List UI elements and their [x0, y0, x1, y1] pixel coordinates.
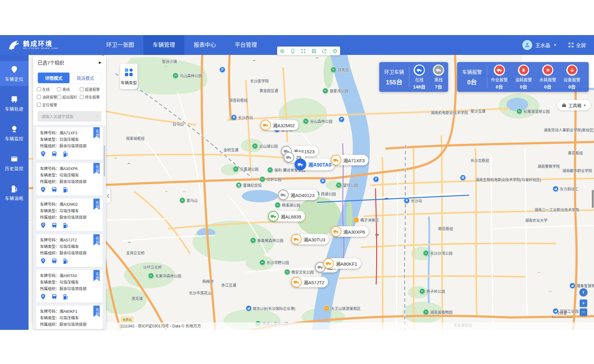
locate-button[interactable] — [579, 288, 587, 296]
vehicle-marker-湘A80KF1[interactable]: 湘A80KF1 — [323, 258, 361, 269]
road-shield — [128, 242, 131, 243]
chevron-down-icon[interactable]: ▼ — [553, 43, 557, 47]
filter-checkbox[interactable] — [80, 87, 84, 91]
nav-item-报表中心[interactable]: 报表中心 — [184, 35, 225, 55]
locate-vehicle-icon[interactable] — [40, 151, 46, 157]
mode-tab[interactable]: 简洁模式 — [70, 73, 101, 83]
fuel-vehicle-icon[interactable] — [62, 258, 69, 264]
filter-checkbox[interactable] — [37, 87, 41, 91]
mode-tab[interactable]: 详情模式 — [38, 73, 70, 83]
fuel-vehicle-icon[interactable] — [62, 294, 69, 300]
user-avatar[interactable] — [522, 40, 532, 50]
toolbar-icon[interactable] — [319, 47, 330, 55]
fuel-vehicle-icon[interactable] — [62, 186, 69, 193]
offline-stat: 离线 7台 — [429, 65, 448, 90]
vehicle-list: 车牌号码：湘A71XF3 车辆类型：垃圾压缩车 所属组织：厨余垃圾项目部 在线 … — [33, 125, 106, 329]
park-icon — [419, 288, 425, 294]
locate-vehicle-icon[interactable] — [40, 222, 46, 228]
locate-vehicle-icon[interactable] — [40, 294, 46, 300]
vehicle-card[interactable]: 车牌号码：湘A32M02 车辆类型：垃圾压缩车 所属组织：厨余垃圾项目部 在线 — [36, 199, 103, 231]
nav-item-车辆管理[interactable]: 车辆管理 — [143, 35, 184, 55]
road-shield — [503, 110, 506, 111]
locate-vehicle-icon[interactable] — [40, 186, 46, 193]
vehicle-card[interactable]: 车牌号码：湘A30XP6 车辆类型：垃圾压缩车 所属组织：厨余垃圾项目部 在线 — [36, 163, 103, 195]
vehicle-marker-湘A71XF3[interactable]: 湘A71XF3 — [331, 155, 368, 165]
toolbox-button[interactable]: 工具箱 ▼ — [557, 100, 591, 110]
toolbar-icon[interactable] — [298, 47, 309, 55]
sidebar-item[interactable]: 车辆轨迹 — [0, 91, 29, 116]
vehicle-card[interactable]: 车牌号码：湘A57JT2 车辆类型：垃圾压缩车 所属组织：厨余垃圾项目部 在线 — [36, 234, 103, 267]
museum-icon — [236, 182, 242, 188]
filter-checkbox[interactable] — [37, 95, 41, 99]
panel-collapse-handle[interactable]: ❮ — [106, 189, 110, 203]
track-vehicle-icon[interactable] — [51, 222, 57, 228]
park-icon — [259, 259, 265, 265]
filter-option[interactable]: 超速报警 — [80, 87, 102, 92]
nav-item-环卫一张图[interactable]: 环卫一张图 — [97, 35, 143, 55]
vehicle-marker-湘A30TU3[interactable]: 湘A30TU3 — [291, 234, 329, 245]
user-name[interactable]: 王水晶 — [535, 41, 550, 49]
zoom-circle-icon — [280, 48, 285, 54]
sidebar-item[interactable]: 车辆油耗 — [0, 180, 29, 205]
vehicle-marker-湘AD40123[interactable]: 湘AD40123 — [278, 190, 318, 200]
track-vehicle-icon[interactable] — [51, 186, 57, 193]
nav-item-平台管理[interactable]: 平台管理 — [225, 35, 266, 55]
search-input[interactable] — [41, 114, 97, 119]
filter-option[interactable]: 停车报警 — [80, 94, 102, 100]
vehicle-marker-湘A30XP6[interactable]: 湘A30XP6 — [331, 226, 369, 237]
vehicle-marker-湘AL8839[interactable]: 湘AL8839 — [268, 211, 305, 222]
alarm-stat: 油耗报警 0台 — [511, 65, 536, 90]
filter-option[interactable]: 在线 — [37, 87, 57, 92]
sidebar-item[interactable]: 车辆监控 — [0, 121, 29, 146]
map-poi: 湖南劳动人事职业学院(新校区) — [544, 127, 594, 133]
track-vehicle-icon[interactable] — [51, 151, 57, 157]
filter-option[interactable]: 离线 — [57, 87, 79, 92]
toolbar-icon[interactable] — [309, 47, 319, 55]
zoom-out-button[interactable]: − — [580, 308, 587, 316]
vehicle-card[interactable]: 车牌号码：湘A71XF3 车辆类型：垃圾压缩车 所属组织：厨余垃圾项目部 在线 — [36, 127, 103, 160]
fuel-vehicle-icon[interactable] — [62, 222, 69, 228]
filter-option[interactable]: 超出围栏 — [57, 94, 79, 100]
locate-vehicle-icon[interactable] — [40, 258, 46, 264]
filter-checkbox[interactable] — [57, 87, 61, 91]
filter-option[interactable]: 油耗报警 — [37, 94, 57, 100]
filter-checkbox[interactable] — [80, 95, 84, 99]
road-shield — [138, 272, 142, 273]
vehicle-card[interactable]: 车牌号码：湘A80KF1 车辆类型：垃圾压缩车 所属组织：厨余垃圾项目部 在线 — [36, 306, 103, 329]
vehicle-marker-湘A57JT2[interactable]: 湘A57JT2 — [291, 277, 328, 287]
filter-option[interactable]: 定位报警 — [37, 102, 57, 107]
org-summary[interactable]: 已选7个组织 — [38, 59, 64, 66]
mode-tabs: 详情模式简洁模式 — [38, 72, 101, 83]
toll-station-label: 收费站 — [121, 317, 133, 322]
vehicle-marker-湘A32M02[interactable]: 湘A32M02 — [260, 120, 299, 130]
toolbar-icon[interactable] — [277, 47, 288, 55]
filter-checkbox[interactable] — [57, 95, 61, 99]
vehicle-type-button[interactable]: 车辆类型 — [120, 64, 137, 89]
vehicle-card[interactable]: 车牌号码：湘A90TA0 车辆类型：垃圾压缩车 所属组织：厨余垃圾项目部 在线 — [36, 270, 103, 303]
map-poi: 雷锋纪念馆 — [236, 182, 262, 188]
track-vehicle-icon[interactable] — [51, 258, 57, 264]
map-poi: 燕子岭公园 — [419, 288, 445, 294]
page-scrollbar[interactable] — [592, 190, 594, 208]
alarm-stat: 作业报警 0台 — [487, 65, 511, 90]
toolbar-icon[interactable] — [330, 47, 340, 55]
search-icon[interactable] — [97, 114, 98, 119]
map-canvas[interactable]: 智谷小镇 乌山森林公园 月亮岛 银星湾公园 长沙医学院 黄金园互通 观音岩枢纽 … — [29, 55, 594, 330]
org-expand-arrow-icon[interactable]: ▶ — [99, 61, 101, 65]
map-poi: 大王山旅游度假区 — [324, 305, 361, 311]
toolbar-icon[interactable] — [288, 47, 298, 55]
metro-line-badge — [375, 234, 379, 235]
filter-checkbox[interactable] — [37, 103, 41, 107]
track-vehicle-icon[interactable] — [51, 294, 57, 300]
map-poi: 白马山 — [173, 121, 184, 127]
panel-scrollbar[interactable] — [104, 145, 105, 176]
map-poi: 索马山 — [179, 197, 198, 203]
sidebar-item[interactable]: 历史监控 — [0, 151, 29, 175]
alarm-stats-panel: 车辆报警 0台 作业报警 0台 油耗报警 0台 水耗报警 0台 设备报警 0台 — [457, 62, 589, 92]
sidebar-item-icon — [10, 185, 18, 193]
fuel-vehicle-icon[interactable] — [62, 151, 69, 157]
vehicle-marker-湘A90TA0[interactable]: 湘A90TA0 — [294, 159, 335, 170]
fullscreen-button[interactable]: 全屏 — [568, 41, 586, 49]
zoom-in-button[interactable]: + — [580, 299, 587, 307]
sidebar-item[interactable]: 车辆定位 — [0, 61, 29, 86]
